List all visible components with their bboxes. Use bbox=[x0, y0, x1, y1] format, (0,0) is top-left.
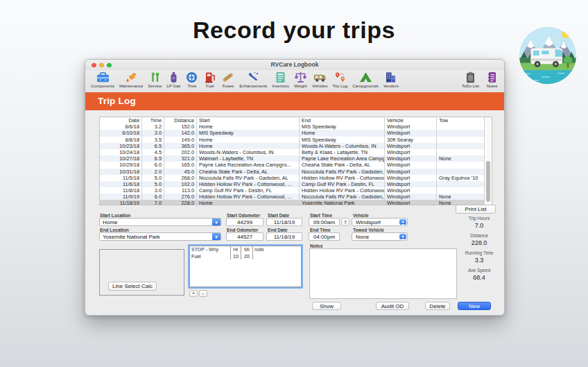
cell-tow bbox=[437, 169, 484, 175]
table-row[interactable]: 10/24/184.5202.0Woods-N-Waters - Columbu… bbox=[100, 149, 484, 155]
stops-cell-note bbox=[253, 253, 301, 260]
vehicle-popup[interactable]: Windsport ▲▼ bbox=[352, 218, 408, 226]
minimize-window-button[interactable] bbox=[99, 63, 104, 68]
trip-log-table[interactable]: DateTimeDistanceStartEndVehicleTow 6/6/1… bbox=[99, 117, 492, 205]
toolbar-item-service[interactable]: Service bbox=[148, 71, 162, 88]
fuses-icon bbox=[221, 71, 234, 83]
weight-icon bbox=[294, 71, 307, 83]
stat-label-trip-hours: Trip Hours bbox=[458, 216, 501, 221]
show-button[interactable]: Show bbox=[312, 302, 341, 310]
toolbar-item-inventory[interactable]: Inventory bbox=[272, 71, 289, 88]
print-list-button[interactable]: Print List bbox=[456, 205, 496, 214]
toolbar-item-trip-log[interactable]: Trip Log bbox=[332, 71, 347, 88]
cell-start: Home bbox=[197, 137, 300, 143]
stops-cell-why: Fuel bbox=[190, 253, 231, 260]
toolbar-item-fuel[interactable]: Fuel bbox=[203, 71, 216, 88]
cell-distance: 202.0 bbox=[164, 149, 197, 155]
remove-stop-button[interactable]: - bbox=[199, 290, 207, 297]
trip-log-icon bbox=[334, 71, 347, 83]
table-row[interactable]: 10/31/182.045.0Cheaha State Park - Delta… bbox=[100, 169, 484, 175]
new-button[interactable]: New bbox=[458, 302, 491, 310]
towed-vehicle-popup[interactable]: None ▲▼ bbox=[352, 232, 408, 241]
table-row[interactable]: 6/6/183.2152.0HomeMIS SpeedwayWindsport bbox=[100, 123, 484, 130]
add-stop-button[interactable]: + bbox=[189, 290, 198, 297]
cell-date: 11/9/19 bbox=[100, 194, 142, 200]
line-select-calc-button[interactable]: Line Select Calc bbox=[108, 282, 157, 291]
column-header-start[interactable]: Start bbox=[197, 117, 300, 123]
table-row[interactable]: 11/18/197.0228.0HomeYosemite National Pa… bbox=[100, 200, 484, 205]
notes-icon bbox=[485, 71, 499, 83]
toolbar-item-enhancements[interactable]: Enhancements bbox=[239, 71, 267, 88]
table-row[interactable]: 6/10/183.0142.0MIS SpeedwayHomeWindsport bbox=[100, 130, 484, 136]
table-row[interactable]: 10/29/186.0165.0Payne Lake Recreation Ar… bbox=[100, 162, 484, 168]
cell-time: 3.5 bbox=[142, 137, 164, 143]
cell-time: 5.0 bbox=[142, 175, 164, 181]
cell-end: MIS Speedway bbox=[300, 137, 385, 143]
tires-icon bbox=[185, 71, 198, 83]
chevron-down-icon[interactable]: ▾ bbox=[212, 233, 220, 240]
end-odometer-field[interactable]: 44527 bbox=[226, 232, 263, 241]
cell-distance: 102.0 bbox=[164, 181, 197, 187]
column-header-tow[interactable]: Tow bbox=[437, 117, 484, 123]
zoom-window-button[interactable] bbox=[107, 63, 112, 68]
chevron-down-icon[interactable]: ▾ bbox=[212, 219, 220, 225]
stops-table[interactable]: STOP - WhyHrMinote Fuel1020 bbox=[189, 246, 302, 287]
time-help-button[interactable]: ? bbox=[341, 218, 349, 226]
column-header-date[interactable]: Date bbox=[100, 117, 142, 123]
start-location-combo[interactable]: Home ▾ bbox=[99, 218, 221, 226]
column-header-vehicle[interactable]: Vehicle bbox=[385, 117, 437, 123]
toolbar-item-label: Maintenance bbox=[119, 84, 143, 88]
column-header-distance[interactable]: Distance bbox=[164, 117, 197, 123]
toolbar-item-campgrounds[interactable]: Campgrounds bbox=[352, 71, 379, 88]
cell-distance: 365.0 bbox=[164, 143, 197, 149]
toolbar-item-maintenance[interactable]: Maintenance bbox=[119, 71, 143, 88]
trip-table-header: DateTimeDistanceStartEndVehicleTow bbox=[100, 117, 484, 123]
end-location-combo[interactable]: Yosemite National Park ▾ bbox=[99, 232, 221, 241]
start-date-field[interactable]: 11/18/19 bbox=[266, 218, 302, 226]
cell-time: 6.5 bbox=[142, 155, 164, 162]
end-date-field[interactable]: 11/18/19 bbox=[266, 232, 302, 241]
table-row[interactable]: 11/6/185.0102.0Hidden Hollow RV Park - C… bbox=[100, 181, 484, 187]
toolbar-item-vehicles[interactable]: Vehicles bbox=[312, 71, 327, 88]
cell-vehicle: Windsport bbox=[385, 175, 437, 181]
table-row[interactable]: 11/9/196.0276.0Hidden Hollow RV Park - C… bbox=[100, 194, 484, 200]
toolbar-item-label: Tires bbox=[187, 84, 196, 88]
table-row[interactable]: 8/8/183.5149.0HomeMIS Speedway30ft Seara… bbox=[100, 137, 484, 143]
start-odometer-field[interactable]: 44299 bbox=[226, 218, 263, 226]
toolbar-item-vendors[interactable]: Vendors bbox=[383, 71, 399, 88]
toolbar-item-label: Campgrounds bbox=[352, 84, 379, 88]
notes-textarea[interactable] bbox=[309, 248, 457, 299]
table-row[interactable]: 11/5/185.0268.0Nocculula Falls RV Park -… bbox=[100, 175, 484, 181]
delete-button[interactable]: Delete bbox=[425, 302, 450, 310]
scrollbar-thumb[interactable] bbox=[486, 161, 490, 202]
stat-value-trip-hours: 7.0 bbox=[458, 222, 501, 229]
start-location-label: Start Location bbox=[100, 213, 130, 218]
toolbar-item-notes[interactable]: Notes bbox=[485, 71, 499, 88]
cell-time: 3.2 bbox=[142, 123, 164, 130]
cell-tow bbox=[437, 149, 484, 155]
toolbar-item-label: Fuel bbox=[206, 84, 214, 88]
toolbar-item-todo-list[interactable]: ToDo List bbox=[462, 71, 479, 88]
cell-tow bbox=[437, 162, 484, 168]
audit-od-button[interactable]: Audit OD bbox=[376, 302, 409, 310]
column-header-end[interactable]: End bbox=[300, 117, 385, 123]
toolbar-item-weight[interactable]: Weight bbox=[294, 71, 307, 88]
column-header-time[interactable]: Time bbox=[142, 117, 164, 123]
toolbar-item-lp-gas[interactable]: LP Gas bbox=[166, 71, 180, 88]
table-row[interactable]: 11/8/183.0113.0Camp Gulf RV Park - Desti… bbox=[100, 187, 484, 194]
toolbar-item-label: ToDo List bbox=[462, 84, 479, 88]
start-time-field[interactable]: 09:00am bbox=[309, 218, 340, 226]
toolbar-item-components[interactable]: Components bbox=[91, 71, 114, 88]
end-time-field[interactable]: 04:00pm bbox=[309, 232, 340, 241]
table-row[interactable]: 10/23/186.5365.0HomeWoods-N-Waters - Col… bbox=[100, 143, 484, 149]
table-scrollbar[interactable] bbox=[484, 117, 492, 205]
table-row[interactable]: 10/27/186.5321.0Walmart - Layfaette, TNP… bbox=[100, 155, 484, 162]
toolbar-item-tires[interactable]: Tires bbox=[185, 71, 198, 88]
stops-row[interactable]: Fuel1020 bbox=[190, 253, 301, 260]
up-down-arrows-icon[interactable]: ▲▼ bbox=[399, 234, 406, 239]
close-window-button[interactable] bbox=[92, 63, 96, 68]
window-titlebar[interactable]: RVCare Logbook bbox=[85, 60, 504, 70]
toolbar-item-fuses[interactable]: Fuses bbox=[221, 71, 234, 88]
up-down-arrows-icon[interactable]: ▲▼ bbox=[399, 219, 406, 225]
toolbar-item-label: LP Gas bbox=[166, 84, 180, 88]
